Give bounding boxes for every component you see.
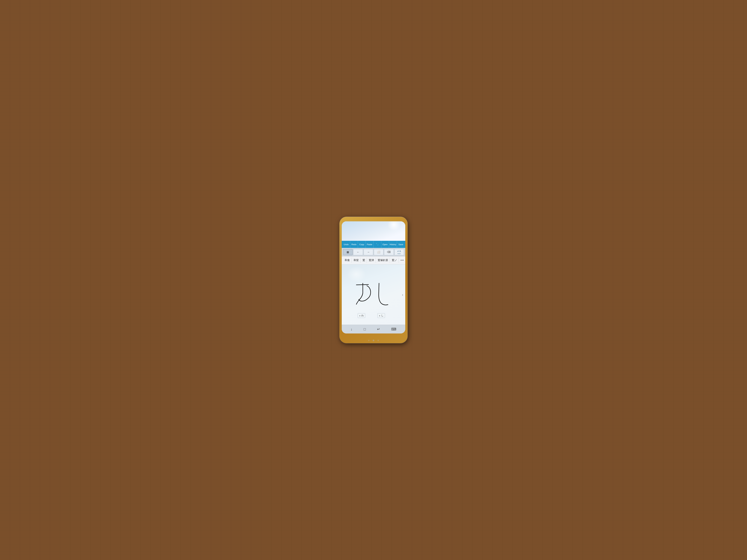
space-icon: ⬜	[377, 250, 380, 254]
grid-icon-button[interactable]: ▦	[343, 249, 353, 255]
keyboard-icon: ⌨	[391, 327, 396, 331]
nav-dot-left	[368, 340, 369, 341]
forward-arrow-icon: →	[367, 251, 369, 254]
screen-top	[342, 221, 405, 241]
suggestion-3[interactable]: 鷲津	[367, 258, 376, 263]
switch-keyboard-button[interactable]: ⌨	[389, 326, 399, 333]
delete-button[interactable]: ⌫	[384, 249, 394, 255]
more-suggestions-button[interactable]: •••	[399, 259, 405, 262]
copy-button[interactable]: Copy	[358, 241, 366, 248]
enter-label: Enter	[398, 253, 401, 255]
phone-wrapper: Undo Redo Copy Paste 「」 Open History Sav…	[339, 217, 408, 343]
bottom-toolbar: ↓ □ ↵ ⌨	[342, 325, 405, 334]
nav-dot-center	[373, 340, 374, 341]
icon-row: ▦ ← → ⬜ ⌫ ↵A Enter	[342, 248, 405, 256]
open-button[interactable]: Open	[381, 241, 389, 248]
suggestion-0[interactable]: 和食	[343, 258, 352, 263]
wa-up-arrow: ▲	[359, 315, 361, 317]
suggestion-5[interactable]: 鷲ノ	[390, 258, 399, 263]
phone-screen: Undo Redo Copy Paste 「」 Open History Sav…	[342, 221, 405, 334]
down-arrow-icon: ↓	[351, 327, 353, 331]
suggestion-1[interactable]: 和室	[352, 258, 361, 263]
select-button[interactable]: □	[361, 326, 368, 333]
char-shi-label[interactable]: ▲ し	[378, 313, 385, 318]
toolbar: Undo Redo Copy Paste 「」 Open History Sav…	[342, 241, 405, 248]
shi-char: し	[381, 314, 384, 317]
delete-icon: ⌫	[387, 250, 391, 254]
square-icon: □	[364, 327, 366, 331]
history-button[interactable]: History	[389, 241, 397, 248]
paste-button[interactable]: Paste	[366, 241, 374, 248]
forward-arrow-button[interactable]: →	[364, 249, 373, 255]
space-button[interactable]: ⬜	[374, 249, 383, 255]
suggestion-4[interactable]: 鷲塚針原	[376, 258, 390, 263]
hide-keyboard-button[interactable]: ↓	[348, 326, 355, 333]
grid-icon: ▦	[346, 250, 349, 254]
enter-button[interactable]: ↵A Enter	[394, 249, 404, 255]
suggestion-2[interactable]: 鷲	[361, 258, 367, 263]
wa-char: わ	[361, 314, 364, 317]
shi-up-arrow: ▲	[379, 315, 381, 317]
next-arrow-button[interactable]: ›	[402, 292, 403, 297]
nav-dot-right	[378, 340, 379, 341]
return-button[interactable]: ↵	[375, 326, 383, 333]
handwriting-svg	[342, 264, 405, 325]
return-icon: ↵	[377, 327, 380, 331]
enter-icon: ↵A	[397, 250, 401, 252]
char-wa-label[interactable]: ▲ わ	[358, 313, 365, 318]
redo-button[interactable]: Redo	[350, 241, 358, 248]
back-arrow-icon: ←	[357, 251, 359, 254]
bracket-button[interactable]: 「」	[374, 241, 381, 248]
suggestion-row: 和食 和室 鷲 鷲津 鷲塚針原 鷲ノ •••	[342, 256, 405, 264]
save-button[interactable]: Save	[397, 241, 405, 248]
undo-button[interactable]: Undo	[342, 241, 350, 248]
phone-nav	[368, 340, 379, 341]
handwriting-area[interactable]: ▲ わ ▲ し ›	[342, 264, 405, 325]
back-arrow-button[interactable]: ←	[353, 249, 363, 255]
